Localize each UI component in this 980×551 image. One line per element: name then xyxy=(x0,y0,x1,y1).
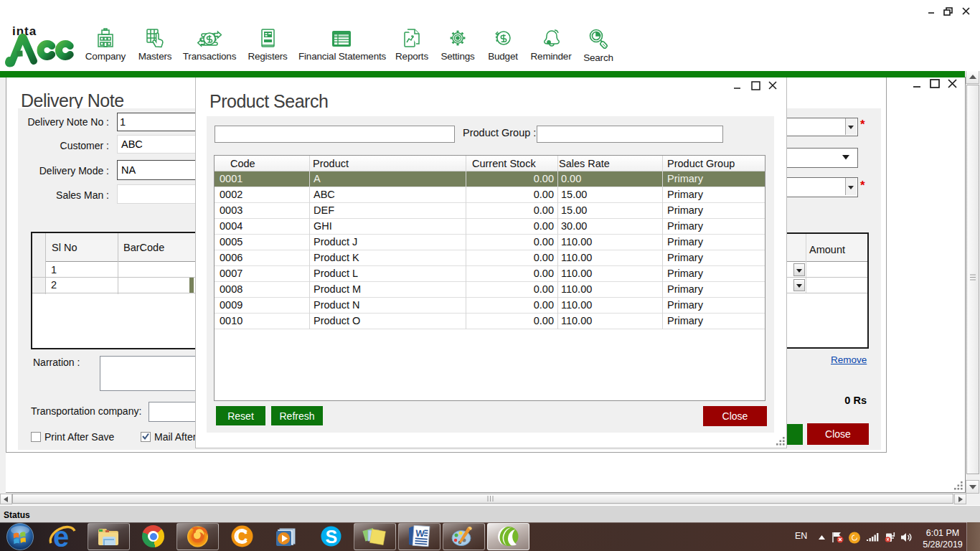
svg-text:S: S xyxy=(326,527,338,547)
svg-text:W: W xyxy=(415,527,425,539)
